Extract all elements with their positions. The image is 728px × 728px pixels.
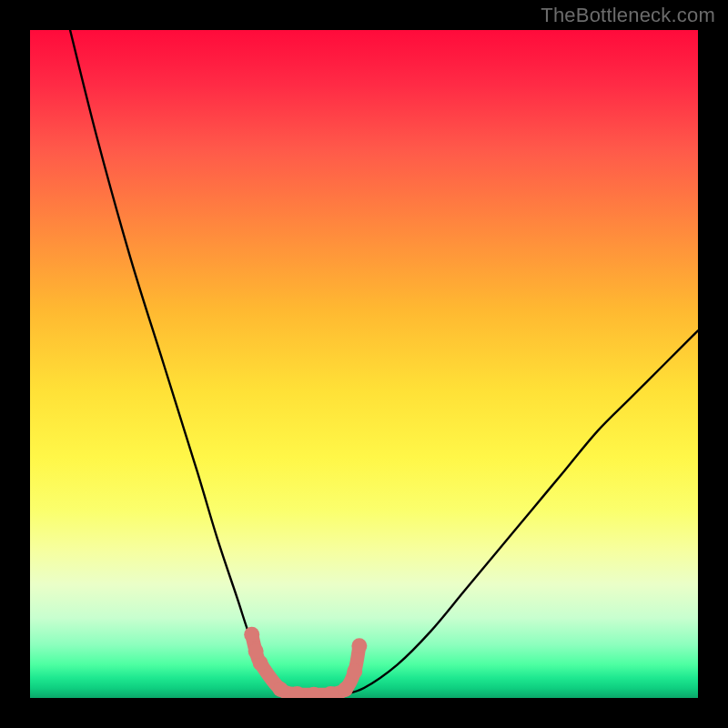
marker-dot xyxy=(244,627,259,642)
bottleneck-curve xyxy=(70,30,698,695)
outer-frame: TheBottleneck.com xyxy=(0,0,728,728)
marker-dot xyxy=(351,638,367,653)
marker-dot xyxy=(347,663,362,679)
watermark-text: TheBottleneck.com xyxy=(541,4,715,27)
marker-dot xyxy=(248,643,264,659)
marker-dot xyxy=(338,682,353,697)
marker-dot xyxy=(273,682,288,697)
marker-dots xyxy=(244,627,367,698)
chart-svg xyxy=(30,30,698,698)
chart-plot-area xyxy=(30,30,698,698)
